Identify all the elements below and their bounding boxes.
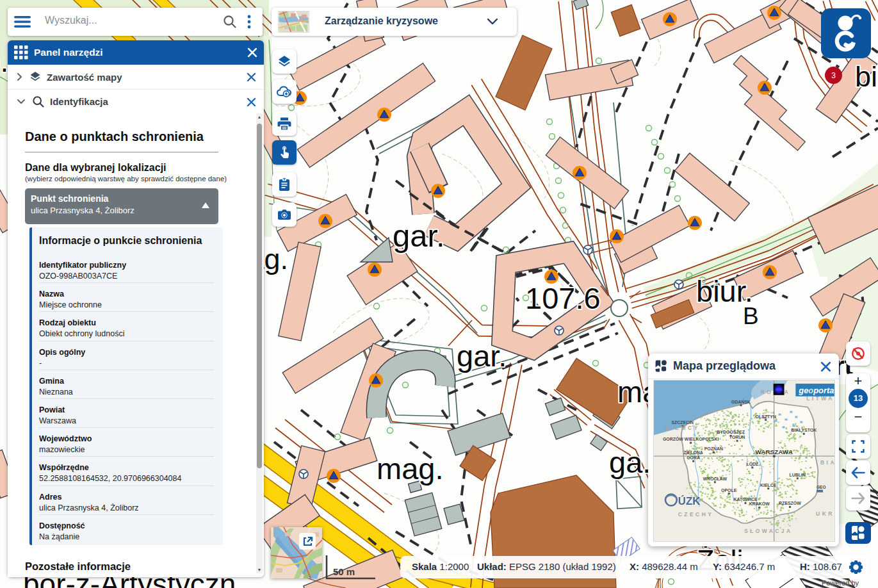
svg-text:50 m: 50 m — [333, 566, 355, 577]
svg-text:gar.: gar. — [393, 218, 445, 253]
svg-text:mag.: mag. — [377, 452, 444, 486]
svg-text:BYDGOSZCZ: BYDGOSZCZ — [717, 430, 745, 434]
svg-text:ÚZK: ÚZK — [678, 495, 701, 507]
svg-text:ZIELONA: ZIELONA — [683, 450, 703, 455]
svg-text:BIAŁYSTOK: BIAŁYSTOK — [791, 428, 817, 432]
svg-text:GORZÓW WIELKOPOLSKI: GORZÓW WIELKOPOLSKI — [663, 436, 719, 441]
svg-text:LUBLIN: LUBLIN — [790, 473, 806, 477]
svg-text:ga.: ga. — [609, 445, 651, 479]
svg-text:OLSZTYN: OLSZTYN — [756, 414, 776, 419]
svg-text:CZECHY: CZECHY — [678, 511, 713, 518]
svg-text:TORUŃ: TORUŃ — [729, 434, 745, 439]
svg-text:RZESZÓW: RZESZÓW — [779, 500, 801, 505]
svg-text:POZNAŃ: POZNAŃ — [704, 446, 723, 451]
svg-text:geoportal: geoportal — [798, 386, 835, 395]
svg-text:107.6: 107.6 — [525, 281, 601, 315]
svg-text:gar.: gar. — [457, 339, 507, 373]
svg-text:KIELCE: KIELCE — [760, 483, 777, 487]
svg-text:GEO: GEO — [817, 485, 825, 489]
svg-text:KATOWICE: KATOWICE — [733, 497, 757, 502]
svg-text:OPOLE: OPOLE — [721, 488, 737, 493]
svg-text:biu: biu — [855, 60, 878, 93]
svg-text:NIEMCY: NIEMCY — [665, 425, 700, 431]
svg-text:GÓRA: GÓRA — [687, 455, 700, 460]
svg-text:ŁÓDŹ: ŁÓDŹ — [746, 461, 759, 466]
svg-text:SŁOWACJA: SŁOWACJA — [744, 528, 793, 534]
svg-text:WROCŁAW: WROCŁAW — [703, 477, 728, 481]
svg-text:UKR: UKR — [816, 510, 834, 517]
svg-text:WARSZAWA: WARSZAWA — [755, 448, 792, 455]
svg-text:GDAŃSK: GDAŃSK — [731, 399, 751, 404]
svg-text:KRAKÓW: KRAKÓW — [749, 501, 770, 506]
svg-text:BIA: BIA — [820, 459, 835, 466]
svg-text:B: B — [743, 303, 759, 329]
